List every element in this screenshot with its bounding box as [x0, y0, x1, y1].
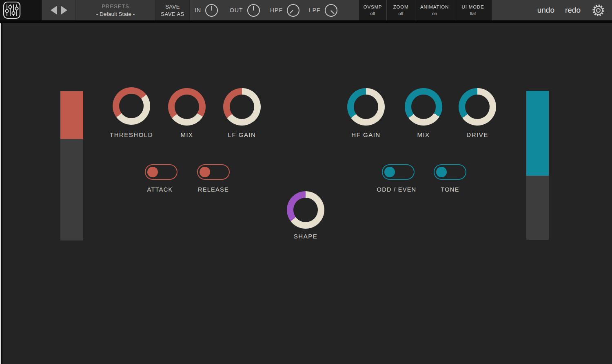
window-left-edge-shadow [1, 23, 2, 364]
hpf-knob-label: HPF [270, 7, 283, 13]
in-knob-label: IN [195, 7, 201, 13]
tone-toggle-knob [436, 167, 447, 177]
lf-gain-label: LF GAIN [201, 131, 283, 138]
history-section: undo redo [492, 0, 612, 20]
ui-mode-label: UI MODE [462, 4, 484, 9]
in-knob-group: IN [195, 0, 218, 20]
hpf-knob[interactable] [287, 4, 299, 17]
shape-knob[interactable] [287, 191, 324, 229]
release-toggle-knob [200, 167, 210, 177]
preset-nav [42, 0, 75, 20]
logo-button[interactable] [0, 0, 42, 20]
presets-title: PRESETS [102, 3, 129, 9]
drive-knob[interactable] [459, 88, 496, 126]
release-toggle[interactable] [197, 164, 230, 180]
zoom-toggle[interactable]: ZOOM off [386, 0, 415, 20]
animation-value: on [432, 11, 437, 16]
out-knob[interactable] [247, 4, 260, 17]
gear-icon[interactable] [591, 3, 605, 18]
lpf-knob[interactable] [325, 4, 337, 17]
attack-toggle-knob [147, 167, 158, 177]
redo-button[interactable]: redo [565, 6, 581, 15]
zoom-label: ZOOM [393, 4, 409, 9]
ui-mode-toggle[interactable]: UI MODE flat [454, 0, 492, 20]
right-level-meter [526, 91, 549, 240]
ovsmp-toggle[interactable]: OVSMP off [359, 0, 386, 20]
right-level-meter-fill [526, 91, 549, 176]
attack-toggle[interactable] [145, 164, 177, 180]
undo-button[interactable]: undo [537, 6, 554, 15]
io-filter-knobs: IN OUT HPF LPF [190, 0, 359, 20]
out-knob-group: OUT [230, 0, 260, 20]
mixer-sliders-icon [3, 1, 21, 19]
release-label: RELEASE [173, 186, 254, 193]
threshold-knob[interactable] [113, 87, 150, 125]
settings-strip: OVSMP off ZOOM off ANIMATION on UI MODE … [359, 0, 492, 20]
toolbar-separator [0, 20, 612, 23]
toolbar: PRESETS - Default State - SAVE SAVE AS I… [0, 0, 612, 20]
animation-label: ANIMATION [420, 4, 449, 9]
save-button[interactable]: SAVE [165, 4, 180, 10]
odd-even-toggle-knob [384, 167, 395, 177]
ovsmp-value: off [370, 11, 375, 16]
hf-gain-knob[interactable] [347, 88, 385, 126]
left-level-meter [60, 91, 83, 240]
plugin-window: PRESETS - Default State - SAVE SAVE AS I… [0, 0, 612, 364]
lpf-knob-group: LPF [309, 0, 337, 20]
zoom-value: off [398, 11, 403, 16]
ovsmp-label: OVSMP [364, 4, 382, 9]
animation-toggle[interactable]: ANIMATION on [415, 0, 454, 20]
mix-knob-left[interactable] [168, 88, 206, 126]
tone-label: TONE [409, 186, 491, 193]
current-preset-name: - Default State - [96, 11, 135, 17]
left-level-meter-fill [60, 91, 83, 139]
tone-toggle[interactable] [434, 164, 466, 180]
mix-knob-right[interactable] [405, 88, 442, 126]
lf-gain-knob[interactable] [223, 88, 261, 126]
lpf-knob-label: LPF [309, 7, 321, 13]
odd-even-toggle[interactable] [382, 164, 415, 180]
out-knob-label: OUT [230, 7, 243, 13]
in-knob[interactable] [205, 4, 218, 17]
next-preset-button[interactable] [61, 6, 67, 15]
previous-preset-button[interactable] [51, 6, 57, 15]
save-section: SAVE SAVE AS [155, 0, 190, 20]
shape-label: SHAPE [265, 233, 346, 240]
save-as-button[interactable]: SAVE AS [161, 11, 184, 17]
preset-selector[interactable]: PRESETS - Default State - [76, 0, 155, 20]
hpf-knob-group: HPF [270, 0, 299, 20]
drive-label: DRIVE [437, 131, 518, 138]
ui-mode-value: flat [470, 11, 476, 16]
